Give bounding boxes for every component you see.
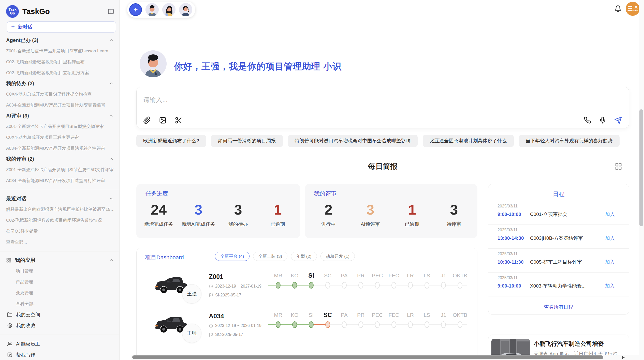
paperclip-icon[interactable]: [143, 116, 151, 124]
group-my-review[interactable]: 我的评审 (2): [0, 154, 119, 164]
logo-line1: Task: [9, 8, 17, 11]
agent-avatar[interactable]: [162, 3, 175, 16]
filter-chip[interactable]: 年型 (2): [291, 252, 317, 261]
sidebar-item-favorites[interactable]: 我的收藏: [0, 320, 119, 331]
agent-avatar[interactable]: [179, 3, 192, 16]
notification-bell-icon[interactable]: [614, 5, 622, 12]
group-my-apps[interactable]: 我的应用: [0, 255, 119, 265]
suggestion-chip[interactable]: 当下年轻人对汽车外观有怎样的喜好趋势: [519, 135, 620, 147]
event-name: C005-整车工程目标评审: [530, 259, 605, 265]
user-avatar[interactable]: 王强: [626, 2, 640, 16]
milestone-node[interactable]: [425, 282, 429, 289]
group-agent-done[interactable]: Agent已办 (3): [0, 35, 119, 46]
metric: 3 我的待办: [218, 202, 258, 234]
image-icon[interactable]: [159, 116, 167, 124]
join-link[interactable]: 加入: [605, 259, 615, 265]
recent-chat-item[interactable]: 解释最新出台的欧盟报废车法规再生塑料比例被调至15%...: [0, 204, 119, 215]
filter-chip[interactable]: 动总开发 (1): [320, 252, 355, 261]
sidebar-item-help-write[interactable]: 帮我写作: [0, 349, 119, 360]
view-all-schedule-link[interactable]: 查看所有日程: [488, 304, 629, 310]
app-link-project-mgmt[interactable]: 项目管理: [0, 265, 119, 276]
sidebar-item-cloud-space[interactable]: 我的云空间: [0, 309, 119, 320]
milestone-node-done[interactable]: [292, 321, 297, 328]
join-link[interactable]: 加入: [605, 211, 615, 218]
filter-chip[interactable]: 全新上装 (3): [253, 252, 288, 261]
sidebar-task-item[interactable]: A034-全新新能源MUV产品开发项目法规符合性评审: [0, 143, 119, 154]
view-all-apps-link[interactable]: 查看全部...: [0, 298, 119, 309]
suggestion-chip[interactable]: 特朗普可能对进口汽车增税会对中国车企造成哪些影响: [288, 135, 418, 147]
chat-input[interactable]: [143, 96, 448, 103]
metric-label: 进行中: [321, 221, 336, 228]
group-my-todo[interactable]: 我的待办 (2): [0, 78, 119, 89]
suggestion-chip[interactable]: 如何写一份清晰的项目周报: [211, 135, 283, 147]
milestone-node[interactable]: [441, 321, 446, 328]
scissors-icon[interactable]: [175, 116, 182, 124]
metric-value: 1: [408, 202, 416, 217]
sidebar-task-item[interactable]: A034-全新新能源MUV产品开发项目计划变更表编写: [0, 100, 119, 111]
milestone-node[interactable]: [358, 282, 363, 289]
project-row[interactable]: 王强 A034 2023-12-19 ~ 2026-01-19 SC-2025-…: [137, 309, 477, 349]
join-link[interactable]: 加入: [605, 235, 615, 242]
milestone-label-current: SC: [319, 310, 336, 320]
sidebar-task-item[interactable]: A034-全新新能源MUV产品开发项目造型可行性评审: [0, 175, 119, 186]
new-chat-button[interactable]: + 新对话: [7, 21, 116, 33]
view-all-chats-link[interactable]: 查看全部...: [0, 237, 119, 248]
milestone-node[interactable]: [342, 321, 347, 328]
milestone-node-done[interactable]: [309, 321, 314, 328]
agent-avatar[interactable]: [145, 3, 159, 16]
scroll-right-arrow[interactable]: [622, 356, 625, 359]
milestone-node[interactable]: [458, 282, 462, 289]
milestone-node[interactable]: [408, 321, 413, 328]
milestone-node[interactable]: [391, 282, 396, 289]
metric: 3 新增AI完成任务: [179, 202, 218, 234]
metric-label: 已逾期: [405, 221, 419, 228]
suggestion-chip[interactable]: 欧洲新规最近颁布了什么?: [136, 135, 206, 147]
send-icon[interactable]: [614, 116, 622, 124]
vertical-scrollbar[interactable]: [639, 0, 644, 360]
milestone-node-overdue[interactable]: [325, 321, 330, 328]
milestone-node[interactable]: [391, 321, 396, 328]
horizontal-scrollbar[interactable]: [131, 355, 644, 360]
filter-chip-active[interactable]: 全新平台 (4): [215, 252, 250, 261]
phone-icon[interactable]: [584, 116, 591, 124]
group-recent-chats[interactable]: 最近对话: [0, 193, 119, 204]
milestone-node-done[interactable]: [309, 282, 314, 289]
layout-grid-icon[interactable]: [614, 162, 622, 170]
project-row[interactable]: 王强 Z001 2023-12-19 ~ 2027-01-19 SI-2025-…: [137, 270, 477, 309]
sidebar-task-item[interactable]: Z001-全新燃油皮卡产品开发项目SI节点Lesson Learn报告: [0, 46, 119, 56]
sidebar-task-item[interactable]: C0X4-动力总成开发项目SI里程碑提交物检查: [0, 89, 119, 100]
milestone-node[interactable]: [375, 282, 380, 289]
milestone-node[interactable]: [408, 282, 413, 289]
join-link[interactable]: 加入: [605, 283, 615, 289]
mic-icon[interactable]: [599, 116, 607, 124]
recent-chat-item[interactable]: C02-飞腾新能源轻客改款项目的闭环通告反馈情况: [0, 215, 119, 226]
sidebar-task-item[interactable]: C02-飞腾新能源轻客改款项目里程碑画布: [0, 56, 119, 67]
metric: 24 新增完成任务: [139, 202, 179, 234]
milestone-node[interactable]: [375, 321, 380, 328]
sidebar-task-item[interactable]: C0X4-动力总成开发项目工程变更评审: [0, 132, 119, 143]
sidebar-item-ai-employee[interactable]: AI超级员工: [0, 338, 119, 349]
sidebar-task-item[interactable]: Z001-全新燃油轻卡产品开发项目SI造型提交物评审: [0, 121, 119, 132]
sidebar-task-item[interactable]: Z001-全新燃油轻卡产品开发项目SI节点属性5D文件评审: [0, 164, 119, 175]
horizontal-scrollbar-thumb[interactable]: [132, 355, 603, 359]
suggestion-chip[interactable]: 比亚迪全固态电池计划具体说了什么: [423, 135, 514, 147]
milestone-node[interactable]: [358, 321, 363, 328]
sidebar-collapse-icon[interactable]: [108, 8, 114, 15]
milestone-node-done[interactable]: [276, 321, 281, 328]
schedule-event: 2025/03/11 13:00-14:30 C003|H0B-方案冻结评审 加…: [488, 225, 629, 249]
milestone-node[interactable]: [325, 282, 330, 289]
app-link-product-mgmt[interactable]: 产品管理: [0, 276, 119, 287]
milestone-node-done[interactable]: [276, 282, 281, 289]
group-ai-review[interactable]: AI评审 (3): [0, 111, 119, 121]
milestone-node[interactable]: [425, 321, 429, 328]
milestone-node[interactable]: [342, 282, 347, 289]
vertical-scrollbar-thumb[interactable]: [639, 109, 643, 226]
milestone-node[interactable]: [441, 282, 446, 289]
recent-chat-item[interactable]: 公司Q3轻卡销量: [0, 226, 119, 237]
add-agent-button[interactable]: +: [129, 3, 142, 16]
app-link-change-mgmt[interactable]: 变更管理: [0, 287, 119, 298]
folder-icon: [7, 312, 12, 317]
sidebar-task-item[interactable]: C02-飞腾新能源轻客改款项目立项汇报方案: [0, 67, 119, 78]
milestone-node[interactable]: [458, 321, 462, 328]
milestone-node-done[interactable]: [292, 282, 297, 289]
